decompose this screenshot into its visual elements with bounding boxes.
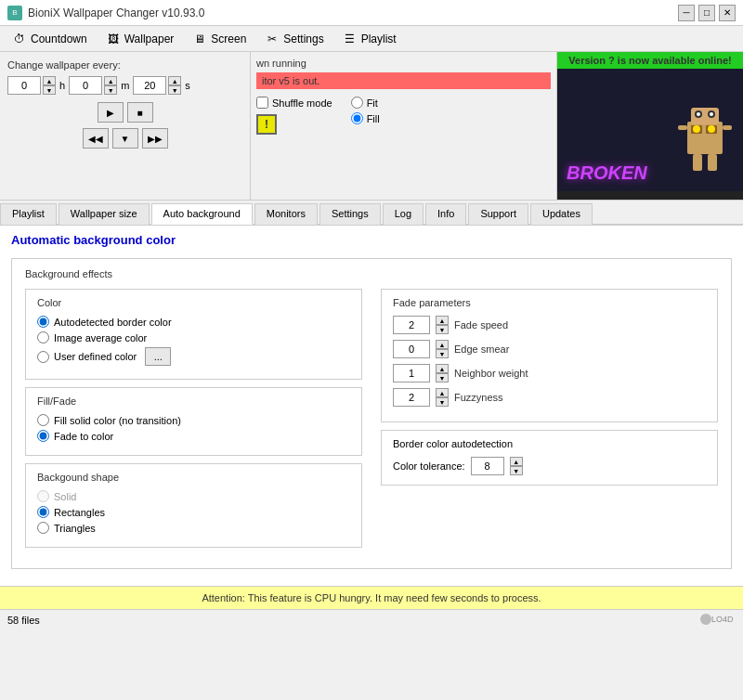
minutes-up[interactable]: ▲ xyxy=(104,76,117,85)
stop-button[interactable]: ■ xyxy=(127,102,153,123)
shape-subsection: Backgound shape Solid Rectangles Triangl… xyxy=(25,463,362,548)
edge-smear-label: Edge smear xyxy=(454,344,509,355)
fill-row: Fill xyxy=(351,112,380,124)
neighbor-weight-down[interactable]: ▼ xyxy=(436,373,449,382)
seconds-down[interactable]: ▼ xyxy=(168,85,181,95)
neighbor-weight-input[interactable] xyxy=(393,364,430,382)
neighbor-weight-up[interactable]: ▲ xyxy=(436,364,449,373)
menu-wallpaper[interactable]: 🖼 Wallpaper xyxy=(98,28,183,50)
fade-color-radio[interactable] xyxy=(37,430,49,442)
tab-monitors[interactable]: Monitors xyxy=(254,203,318,225)
menu-settings[interactable]: ✂ Settings xyxy=(256,28,332,50)
user-radio[interactable] xyxy=(37,351,49,363)
fuzzyness-label: Fuzzyness xyxy=(454,392,503,403)
svg-point-8 xyxy=(697,112,700,116)
fade-speed-up[interactable]: ▲ xyxy=(436,316,449,325)
edge-smear-input[interactable] xyxy=(393,340,430,358)
average-label: Image average color xyxy=(54,332,147,344)
play-button[interactable]: ▶ xyxy=(98,102,124,123)
autodetect-label: Autodetected border color xyxy=(54,317,172,328)
rectangles-label: Rectangles xyxy=(54,507,105,518)
menu-screen[interactable]: 🖥 Screen xyxy=(184,28,254,50)
fuzzyness-up[interactable]: ▲ xyxy=(436,388,449,397)
mid-right: Fit Fill xyxy=(351,97,380,124)
tolerance-spinners: ▲ ▼ xyxy=(510,457,523,475)
edge-smear-up[interactable]: ▲ xyxy=(436,340,449,349)
tab-updates[interactable]: Updates xyxy=(530,203,593,225)
nav-controls: ◀◀ ▼ ▶▶ xyxy=(7,128,242,149)
hours-label: h xyxy=(59,80,65,91)
user-color-button[interactable]: ... xyxy=(145,347,171,366)
change-every-label: Change wallpaper every: xyxy=(7,59,242,71)
effects-title: Background effects xyxy=(25,268,718,279)
edge-smear-down[interactable]: ▼ xyxy=(436,349,449,358)
tolerance-up[interactable]: ▲ xyxy=(510,457,523,466)
menu-playlist[interactable]: ☰ Playlist xyxy=(334,28,405,50)
playlist-icon: ☰ xyxy=(343,32,358,46)
tab-auto-background[interactable]: Auto background xyxy=(151,203,253,225)
shuffle-checkbox[interactable] xyxy=(256,97,268,109)
menu-bar: ⏱ Countdown 🖼 Wallpaper 🖥 Screen ✂ Setti… xyxy=(0,26,743,52)
fill-fade-subsection: Fill/Fade Fill solid color (no transitio… xyxy=(25,387,362,456)
neighbor-weight-row: ▲ ▼ Neighbor weight xyxy=(393,364,706,382)
svg-text:LO4D: LO4D xyxy=(711,615,734,624)
effects-left: Color Autodetected border color Image av… xyxy=(25,289,362,555)
minutes-down[interactable]: ▼ xyxy=(104,85,117,95)
warn-button[interactable]: ! xyxy=(256,114,277,135)
svg-point-9 xyxy=(710,112,713,116)
warning-text: Attention: This feature is CPU hungry. I… xyxy=(202,592,541,603)
seconds-spinner: 20 ▲ ▼ xyxy=(133,76,181,95)
tab-settings[interactable]: Settings xyxy=(319,203,381,225)
minutes-input[interactable]: 0 xyxy=(69,76,102,95)
tolerance-down[interactable]: ▼ xyxy=(510,466,523,475)
status-running: wn running xyxy=(256,58,551,69)
fill-fade-title: Fill/Fade xyxy=(37,395,350,407)
shuffle-row: Shuffle mode xyxy=(256,97,332,109)
solid-radio[interactable] xyxy=(37,490,49,502)
fuzzyness-input[interactable] xyxy=(393,388,430,407)
seconds-input[interactable]: 20 xyxy=(133,76,166,95)
autodetect-radio[interactable] xyxy=(37,316,49,328)
hours-up[interactable]: ▲ xyxy=(43,76,56,85)
fuzzyness-down[interactable]: ▼ xyxy=(436,397,449,407)
svg-point-4 xyxy=(708,125,715,133)
solid-label: Solid xyxy=(54,491,76,502)
fit-label: Fit xyxy=(367,97,378,109)
tab-wallpaper-size[interactable]: Wallpaper size xyxy=(59,203,150,225)
tab-log[interactable]: Log xyxy=(383,203,424,225)
seconds-up[interactable]: ▲ xyxy=(168,76,181,85)
mid-options: Shuffle mode ! Fit Fill xyxy=(256,97,551,135)
tab-content: Automatic background color Background ef… xyxy=(0,226,743,586)
main-top-area: Change wallpaper every: 0 ▲ ▼ h 0 ▲ ▼ m … xyxy=(0,52,743,201)
down-button[interactable]: ▼ xyxy=(112,128,138,149)
fit-radio[interactable] xyxy=(351,97,363,109)
shuffle-label: Shuffle mode xyxy=(272,97,332,109)
solid-option: Solid xyxy=(37,490,350,502)
tolerance-input[interactable] xyxy=(471,457,504,475)
maximize-button[interactable]: □ xyxy=(698,5,715,21)
fade-speed-input[interactable] xyxy=(393,316,430,334)
svg-rect-13 xyxy=(708,154,717,171)
triangles-radio[interactable] xyxy=(37,522,49,534)
svg-rect-10 xyxy=(678,125,687,130)
time-controls: 0 ▲ ▼ h 0 ▲ ▼ m 20 ▲ ▼ xyxy=(7,76,242,95)
fade-speed-down[interactable]: ▼ xyxy=(436,325,449,334)
svg-rect-5 xyxy=(691,108,719,124)
hours-down[interactable]: ▼ xyxy=(43,85,56,95)
average-radio[interactable] xyxy=(37,331,49,344)
menu-countdown[interactable]: ⏱ Countdown xyxy=(4,28,96,50)
fill-radio[interactable] xyxy=(351,112,363,124)
fill-solid-radio[interactable] xyxy=(37,414,49,426)
tab-playlist[interactable]: Playlist xyxy=(0,203,57,225)
tab-info[interactable]: Info xyxy=(425,203,466,225)
effects-section: Background effects Color Autodetected bo… xyxy=(11,258,732,569)
close-button[interactable]: ✕ xyxy=(719,5,736,21)
tab-support[interactable]: Support xyxy=(468,203,528,225)
prev-button[interactable]: ◀◀ xyxy=(83,128,109,149)
rectangles-radio[interactable] xyxy=(37,506,49,518)
next-button[interactable]: ▶▶ xyxy=(142,128,168,149)
mid-left: Shuffle mode ! xyxy=(256,97,332,135)
svg-rect-11 xyxy=(723,125,732,130)
minimize-button[interactable]: ─ xyxy=(678,5,695,21)
hours-input[interactable]: 0 xyxy=(7,76,41,95)
